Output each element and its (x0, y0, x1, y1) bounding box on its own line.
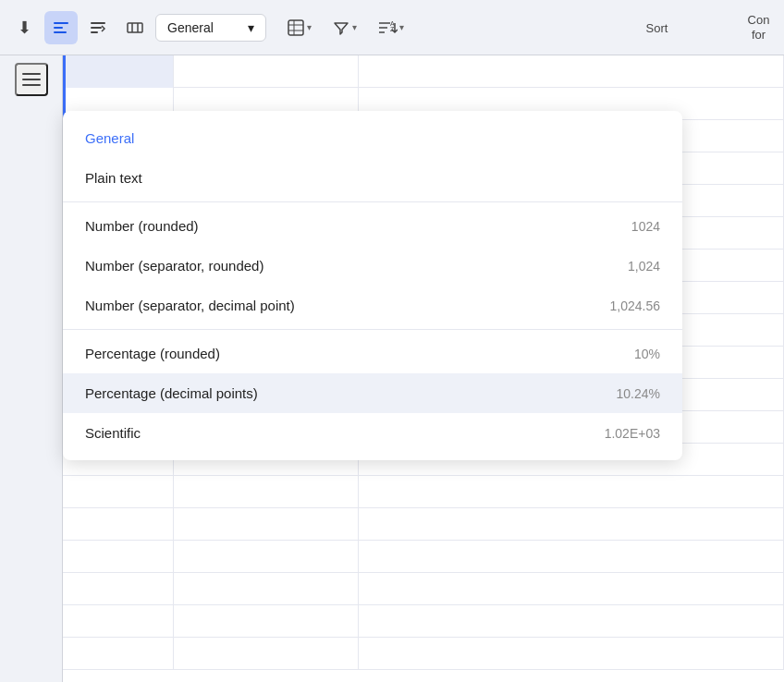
grid-row (63, 55, 784, 88)
dropdown-item-example-number-sep-decimal: 1,024.56 (610, 298, 661, 313)
sort-label: Sort (646, 21, 668, 35)
dropdown-item-label-percentage-rounded: Percentage (rounded) (85, 346, 220, 361)
dropdown-item-label-percentage-decimal: Percentage (decimal points) (85, 385, 258, 401)
sort-chevron-icon: ▾ (399, 22, 404, 32)
spreadsheet-area: GeneralPlain textNumber (rounded)1024Num… (0, 55, 784, 682)
grid-cell[interactable] (174, 55, 359, 88)
grid-cell[interactable] (359, 573, 784, 605)
grid-row (63, 638, 784, 670)
resize-icon (126, 18, 144, 37)
hamburger-line-3 (22, 84, 41, 86)
grid-cell[interactable] (174, 508, 359, 541)
dropdown-item-number-sep-decimal[interactable]: Number (separator, decimal point)1,024.5… (63, 286, 682, 325)
grid-cell[interactable] (63, 573, 174, 605)
dropdown-divider (63, 201, 682, 202)
filter-icon (332, 18, 350, 37)
dropdown-item-example-number-rounded: 1024 (631, 219, 660, 234)
dropdown-item-label-general: General (85, 130, 134, 146)
format-dropdown-label: General (167, 20, 214, 35)
filter-button[interactable]: ▾ (323, 13, 366, 43)
dropdown-item-example-scientific: 1.02E+03 (605, 426, 660, 441)
grid-cell[interactable] (63, 476, 174, 508)
conditional-format-label-area: Confor (733, 0, 784, 55)
grid-cell[interactable] (359, 605, 784, 638)
dropdown-item-number-rounded[interactable]: Number (rounded)1024 (63, 206, 682, 246)
dropdown-item-label-scientific: Scientific (85, 425, 141, 441)
format-align-icon (52, 18, 70, 37)
svg-rect-2 (54, 31, 67, 33)
dropdown-item-label-number-sep-decimal: Number (separator, decimal point) (85, 298, 295, 313)
grid-cell[interactable] (174, 573, 359, 605)
dropdown-item-general[interactable]: General (63, 118, 682, 158)
grid-cell[interactable] (63, 541, 174, 573)
grid-cell[interactable] (63, 508, 174, 541)
dropdown-item-percentage-decimal[interactable]: Percentage (decimal points)10.24% (63, 373, 682, 413)
grid-cell[interactable] (174, 605, 359, 638)
grid-cell[interactable] (359, 541, 784, 573)
grid-row (63, 605, 784, 638)
grid-row (63, 476, 784, 508)
dropdown-item-example-percentage-decimal: 10.24% (617, 386, 660, 401)
dropdown-item-label-number-rounded: Number (rounded) (85, 218, 199, 234)
dropdown-item-example-percentage-rounded: 10% (634, 347, 660, 361)
grid-cell[interactable] (359, 55, 784, 88)
grid-cell[interactable] (359, 476, 784, 508)
svg-rect-4 (91, 27, 102, 29)
grid-cell[interactable] (63, 638, 174, 670)
hamburger-button[interactable] (15, 63, 48, 96)
grid-cell[interactable] (359, 638, 784, 670)
format-dropdown[interactable]: General ▾ (155, 14, 266, 42)
svg-rect-3 (91, 22, 105, 24)
view-icon (287, 18, 305, 37)
grid-cell[interactable] (63, 55, 174, 88)
toolbar-right-group: ▾ ▾ A Z ▾ (277, 13, 413, 43)
svg-rect-9 (288, 20, 303, 35)
grid-row (63, 508, 784, 541)
dropdown-item-percentage-rounded[interactable]: Percentage (rounded)10% (63, 334, 682, 373)
wrap-icon (89, 18, 107, 37)
grid-row (63, 573, 784, 605)
grid-cell[interactable] (174, 476, 359, 508)
filter-chevron-icon: ▾ (352, 22, 357, 32)
wrap-button[interactable] (81, 11, 115, 44)
svg-rect-0 (54, 22, 68, 24)
svg-rect-1 (54, 27, 63, 29)
sort-label-area: Sort (631, 0, 682, 55)
sort-icon: A Z (377, 18, 398, 37)
view-chevron-icon: ▾ (307, 22, 312, 32)
chevron-down-icon: ▾ (248, 20, 254, 35)
dropdown-item-number-sep-rounded[interactable]: Number (separator, rounded)1,024 (63, 246, 682, 286)
format-align-button[interactable] (44, 11, 78, 44)
dropdown-item-example-number-sep-rounded: 1,024 (628, 259, 660, 274)
grid-row (63, 541, 784, 573)
dropdown-divider (63, 329, 682, 330)
left-sidebar (0, 55, 63, 682)
view-button[interactable]: ▾ (277, 13, 321, 43)
grid-cell[interactable] (359, 508, 784, 541)
toolbar: ⬇ General ▾ (0, 0, 784, 55)
sort-button[interactable]: A Z ▾ (368, 13, 413, 43)
grid-cell[interactable] (174, 638, 359, 670)
format-dropdown-menu: GeneralPlain textNumber (rounded)1024Num… (63, 111, 682, 460)
dropdown-item-scientific[interactable]: Scientific1.02E+03 (63, 413, 682, 453)
dropdown-item-label-plain-text: Plain text (85, 170, 142, 186)
svg-rect-6 (128, 23, 142, 32)
grid-cell[interactable] (63, 605, 174, 638)
hamburger-line-2 (22, 79, 41, 80)
svg-rect-5 (91, 31, 98, 33)
conditional-format-label: Confor (748, 13, 770, 42)
grid-cell[interactable] (174, 541, 359, 573)
resize-button[interactable] (118, 11, 152, 44)
hamburger-line-1 (22, 73, 41, 75)
dropdown-item-label-number-sep-rounded: Number (separator, rounded) (85, 258, 263, 274)
dropdown-item-plain-text[interactable]: Plain text (63, 158, 682, 198)
download-button[interactable]: ⬇ (7, 11, 41, 44)
